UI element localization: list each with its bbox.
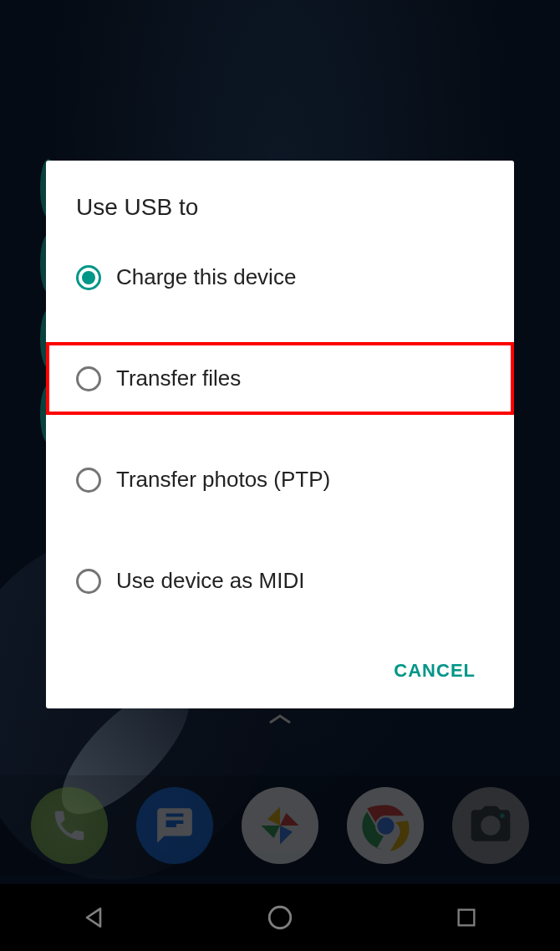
dialog-title: Use USB to	[46, 187, 514, 241]
option-transfer-photos[interactable]: Transfer photos (PTP)	[46, 443, 514, 516]
option-midi[interactable]: Use device as MIDI	[46, 545, 514, 617]
usb-dialog: Use USB to Charge this device Transfer f…	[46, 161, 514, 708]
cancel-button[interactable]: CANCEL	[380, 652, 489, 690]
radio-label: Transfer files	[116, 366, 241, 391]
radio-label: Transfer photos (PTP)	[116, 467, 330, 493]
dialog-actions: CANCEL	[380, 652, 489, 690]
radio-label: Use device as MIDI	[116, 568, 304, 594]
radio-icon	[76, 265, 101, 290]
home-screen: Use USB to Charge this device Transfer f…	[0, 0, 560, 951]
radio-label: Charge this device	[116, 264, 296, 290]
radio-icon	[76, 366, 101, 391]
option-transfer-files[interactable]: Transfer files	[46, 342, 514, 415]
radio-icon	[76, 569, 101, 594]
option-charge-device[interactable]: Charge this device	[46, 241, 514, 314]
radio-icon	[76, 468, 101, 493]
